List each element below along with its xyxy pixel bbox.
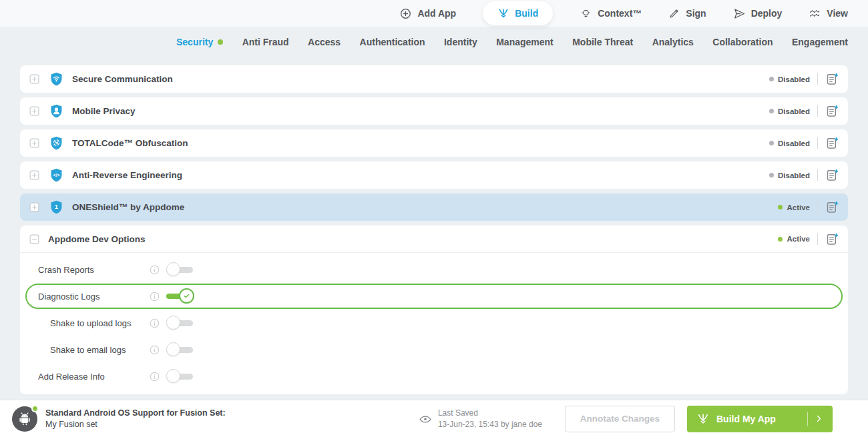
info-icon[interactable] (149, 344, 160, 356)
toggle-add-release-info[interactable] (166, 369, 196, 384)
expand-plus-icon[interactable] (29, 137, 40, 149)
tab-management[interactable]: Management (496, 37, 554, 47)
expand-plus-icon[interactable] (29, 73, 40, 85)
expand-plus-icon[interactable] (29, 105, 40, 117)
status-badge: Disabled (769, 171, 810, 179)
nav-item-sign[interactable]: Sign (668, 7, 706, 19)
status-label: Disabled (778, 107, 810, 115)
expand-plus-icon[interactable] (29, 169, 40, 181)
category-title: ONEShield™ by Appdome (72, 202, 184, 212)
category-title: Secure Communication (72, 74, 173, 84)
last-saved-label: Last Saved (438, 408, 542, 418)
option-row-diagnostic-logs[interactable]: Diagnostic Logs (25, 284, 843, 309)
shield-person-icon (49, 103, 64, 119)
plus-circle-icon (399, 7, 412, 20)
note-add-icon[interactable] (825, 136, 839, 150)
shield-one-icon: 1 (49, 199, 64, 215)
status-label: Disabled (778, 171, 810, 179)
toggle-shake-to-email-logs[interactable] (166, 342, 196, 358)
tab-collaboration[interactable]: Collaboration (712, 37, 773, 47)
toggle-knob (166, 342, 180, 356)
shield-wifi-icon (49, 71, 64, 87)
info-icon[interactable] (149, 264, 160, 276)
toggle-diagnostic-logs[interactable] (166, 289, 196, 304)
note-add-icon[interactable] (825, 232, 839, 246)
category-row-secure-communication[interactable]: Secure CommunicationDisabled (20, 65, 848, 93)
category-row-anti-reverse-engineering[interactable]: </>Anti-Reverse EngineeringDisabled (20, 161, 848, 189)
option-row-shake-to-upload-logs[interactable]: Shake to upload logs (25, 310, 843, 336)
expand-plus-icon[interactable] (29, 201, 40, 213)
footer-bar: Standard Android OS Support for Fusion S… (0, 400, 868, 437)
nav-item-add-app[interactable]: Add App (399, 7, 456, 20)
tab-label: Collaboration (712, 37, 773, 47)
toggle-knob (166, 262, 180, 276)
category-row-oneshield-by-appdome[interactable]: 1ONEShield™ by AppdomeActive (20, 193, 848, 221)
divider (817, 105, 818, 117)
row-actions: Active (778, 200, 839, 214)
nav-item-label: View (827, 8, 848, 19)
tab-security[interactable]: Security (176, 37, 223, 47)
nav-item-context[interactable]: Context™ (580, 7, 642, 20)
expand-minus-icon[interactable] (29, 234, 40, 245)
toggle-crash-reports[interactable] (166, 262, 196, 278)
tab-label: Authentication (360, 37, 425, 47)
dev-options-card: Appdome Dev OptionsActiveCrash ReportsDi… (20, 226, 848, 394)
nav-item-build[interactable]: Build (483, 1, 553, 25)
fusion-set-name: My Fusion set (45, 419, 226, 430)
last-saved-value: 13-Jun-23, 15:43 by jane doe (438, 419, 542, 430)
status-badge: Disabled (769, 139, 810, 147)
status-badge: Disabled (769, 107, 810, 115)
tab-analytics[interactable]: Analytics (652, 37, 694, 47)
tab-label: Security (176, 37, 213, 47)
note-add-icon[interactable] (825, 104, 839, 118)
option-label: Add Release Info (27, 372, 149, 382)
tab-anti-fraud[interactable]: Anti Fraud (242, 37, 289, 47)
note-add-icon[interactable] (825, 200, 839, 214)
status-dot (778, 237, 783, 242)
info-icon[interactable] (149, 318, 160, 329)
status-dot (769, 141, 774, 145)
tab-label: Analytics (652, 37, 694, 47)
toggle-knob (166, 316, 180, 330)
row-actions: Disabled (769, 136, 839, 150)
dev-options-header[interactable]: Appdome Dev OptionsActive (20, 226, 848, 253)
annotate-changes-button[interactable]: Annotate Changes (565, 406, 675, 432)
tab-identity[interactable]: Identity (444, 37, 477, 47)
option-row-shake-to-email-logs[interactable]: Shake to email logs (25, 337, 843, 362)
fusion-set-info: Standard Android OS Support for Fusion S… (45, 408, 226, 430)
divider (807, 412, 808, 426)
build-button-label: Build My App (716, 414, 776, 424)
category-row-mobile-privacy[interactable]: Mobile PrivacyDisabled (20, 97, 848, 125)
chevron-right-icon[interactable] (815, 414, 823, 423)
row-actions: Disabled (769, 168, 839, 182)
row-actions: Active (778, 232, 839, 246)
tabs-bar: SecurityAnti FraudAccessAuthenticationId… (0, 27, 868, 57)
status-dot (778, 205, 783, 209)
info-icon[interactable] (149, 371, 160, 382)
toggle-knob (179, 288, 194, 304)
option-row-crash-reports[interactable]: Crash Reports (25, 257, 843, 282)
divider (817, 234, 818, 245)
build-fusion-icon (497, 7, 509, 19)
option-row-add-release-info[interactable]: Add Release Info (25, 364, 843, 389)
tab-label: Access (308, 37, 341, 47)
tab-authentication[interactable]: Authentication (360, 37, 425, 47)
note-add-icon[interactable] (825, 168, 839, 182)
build-my-app-button[interactable]: Build My App (687, 406, 833, 432)
note-add-icon[interactable] (825, 72, 839, 86)
nav-item-view[interactable]: View (809, 7, 848, 20)
info-icon[interactable] (149, 291, 160, 302)
nav-item-deploy[interactable]: Deploy (733, 7, 783, 20)
divider (817, 137, 818, 149)
category-row-totalcode-obfuscation[interactable]: TOTALCode™ ObfuscationDisabled (20, 129, 848, 157)
lightbulb-icon (580, 7, 592, 20)
tab-mobile-threat[interactable]: Mobile Threat (572, 37, 633, 47)
toggle-shake-to-upload-logs[interactable] (166, 316, 196, 331)
option-label: Crash Reports (27, 265, 149, 275)
option-label: Diagnostic Logs (27, 292, 149, 302)
dev-options-title: Appdome Dev Options (48, 234, 146, 244)
option-label: Shake to upload logs (27, 318, 149, 328)
nav-item-label: Add App (417, 8, 456, 19)
tab-access[interactable]: Access (308, 37, 341, 47)
tab-engagement[interactable]: Engagement (792, 37, 848, 47)
